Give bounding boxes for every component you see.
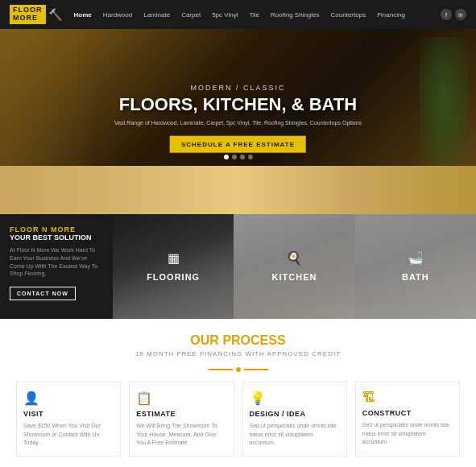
hero-dots (224, 155, 253, 159)
construct-text: Sed ut perspiciatis unde omnis iste natu… (362, 421, 453, 447)
hero-floor (0, 166, 476, 214)
design-text: Sed ut perspiciatis unde omnis iste natu… (250, 422, 340, 448)
nav-tile[interactable]: Tile (246, 10, 262, 20)
brand-name: Floor N More (10, 225, 103, 234)
brand-description: At Floor N More We Work Hard To Earn You… (10, 246, 103, 278)
facebook-icon[interactable]: f (441, 9, 452, 20)
visit-icon: 👤 (23, 391, 114, 406)
instagram-icon[interactable]: in (455, 9, 466, 20)
flooring-icon: ▦ (147, 250, 200, 266)
kitchen-icon: 🍳 (272, 250, 317, 266)
hero-description: Vast Range of Hardwood, Laminate, Carpet… (95, 119, 381, 127)
process-cards: 👤 Visit Save $150 When You Visit Our Sho… (16, 382, 460, 457)
hero-dot-2[interactable] (232, 155, 237, 159)
nav-financing[interactable]: Financing (375, 10, 408, 20)
process-card-design: 💡 Design / Idea Sed ut perspiciatis unde… (242, 382, 347, 457)
bath-panel[interactable]: 🛁 Bath (355, 214, 476, 319)
estimate-icon: 📋 (136, 391, 226, 406)
hero-right-decoration (420, 37, 468, 166)
nav-roofing[interactable]: Roofing Shingles (268, 10, 321, 20)
process-card-construct: 🏗 Construct Sed ut perspiciatis unde omn… (355, 382, 460, 457)
process-section: Our Process 18 Month Free Financing With… (0, 319, 476, 467)
categories-section: Floor N More Your Best Solution At Floor… (0, 214, 476, 319)
contact-button[interactable]: Contact Now (10, 287, 76, 300)
bath-content: 🛁 Bath (402, 250, 429, 283)
construct-icon: 🏗 (362, 391, 453, 405)
process-title: Our Process (16, 333, 460, 348)
hero-section: Modern / Classic Floors, Kitchen, & Bath… (0, 29, 476, 214)
brand-tagline: Your Best Solution (10, 234, 103, 242)
design-icon: 💡 (250, 391, 340, 406)
visit-title: Visit (23, 410, 114, 418)
flooring-content: ▦ Flooring (147, 250, 200, 283)
divider-line-2 (244, 369, 268, 370)
bath-icon: 🛁 (402, 250, 429, 266)
kitchen-content: 🍳 Kitchen (272, 250, 317, 283)
divider-line (209, 369, 233, 370)
nav-laminate[interactable]: Laminate (141, 10, 172, 20)
process-divider (16, 369, 460, 372)
construct-title: Construct (362, 409, 453, 417)
logo-icon: 🔨 (48, 8, 62, 21)
categories-info: Floor N More Your Best Solution At Floor… (0, 214, 113, 319)
flooring-label: Flooring (147, 272, 200, 282)
nav-hardwood[interactable]: Hardwood (101, 10, 135, 20)
hero-title: Floors, Kitchen, & Bath (95, 95, 381, 114)
hero-dot-3[interactable] (240, 155, 245, 159)
nav-home[interactable]: Home (72, 10, 94, 20)
kitchen-label: Kitchen (272, 272, 317, 282)
estimate-title: Estimate (136, 410, 226, 418)
estimate-text: We Will Bring The Showroom To Your House… (136, 422, 226, 448)
design-title: Design / Idea (250, 410, 340, 418)
divider-dot (236, 367, 241, 372)
bath-label: Bath (402, 272, 429, 282)
hero-dot-4[interactable] (248, 155, 253, 159)
process-subtitle: 18 Month Free Financing With Approved Cr… (16, 350, 460, 357)
category-panels: ▦ Flooring 🍳 Kitchen 🛁 Bath (113, 214, 476, 319)
navbar: FLOOR MORE 🔨 Home Hardwood Laminate Carp… (0, 0, 476, 29)
nav-carpet[interactable]: Carpet (179, 10, 203, 20)
nav-vinyl[interactable]: 5pc Vinyl (209, 10, 240, 20)
social-icons: f in (441, 9, 466, 20)
nav-countertops[interactable]: Countertops (329, 10, 369, 20)
process-card-visit: 👤 Visit Save $150 When You Visit Our Sho… (16, 382, 121, 457)
visit-text: Save $150 When You Visit Our Showroom or… (23, 422, 114, 448)
flooring-panel[interactable]: ▦ Flooring (113, 214, 234, 319)
process-title-highlight: Process (222, 333, 285, 347)
hero-cta-button[interactable]: Schedule A Free Estimate (170, 136, 306, 153)
process-card-estimate: 📋 Estimate We Will Bring The Showroom To… (129, 382, 234, 457)
hero-content: Modern / Classic Floors, Kitchen, & Bath… (95, 84, 381, 153)
hero-left-decoration (0, 29, 97, 166)
nav-links: Home Hardwood Laminate Carpet 5pc Vinyl … (72, 10, 441, 20)
hero-dot-1[interactable] (224, 155, 229, 159)
hero-subtitle: Modern / Classic (95, 84, 381, 92)
logo-text: FLOOR MORE (10, 5, 46, 24)
logo[interactable]: FLOOR MORE 🔨 (10, 5, 62, 24)
kitchen-panel[interactable]: 🍳 Kitchen (234, 214, 354, 319)
